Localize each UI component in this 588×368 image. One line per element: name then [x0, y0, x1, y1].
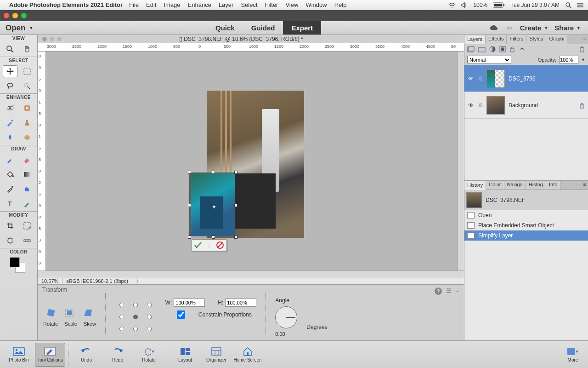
search-icon[interactable]: [565, 2, 571, 8]
recompose-tool[interactable]: [20, 220, 34, 232]
home-button[interactable]: Home Screen: [232, 343, 263, 367]
skew-mode[interactable]: [82, 307, 93, 318]
help-icon[interactable]: ?: [435, 288, 442, 295]
layout-button[interactable]: Layout: [170, 343, 200, 367]
app-name[interactable]: Adobe Photoshop Elements 2021 Editor: [9, 1, 123, 8]
transform-bounding-box[interactable]: ✦: [189, 172, 236, 237]
open-menu-button[interactable]: Open ▼: [0, 23, 39, 33]
battery-icon[interactable]: [493, 2, 505, 8]
handle-br[interactable]: [234, 236, 237, 239]
panel-menu-icon[interactable]: ≡: [582, 181, 588, 190]
paint-bucket-tool[interactable]: [3, 168, 17, 180]
canvas[interactable]: ✦ ⋮: [46, 52, 464, 270]
chevron-down-icon[interactable]: ▼: [581, 58, 585, 62]
zoom-level[interactable]: 10.57%: [38, 278, 62, 284]
blend-mode-select[interactable]: Normal: [467, 56, 511, 64]
tab-filters[interactable]: Filters: [507, 35, 526, 44]
scrollbar-horizontal[interactable]: [38, 270, 464, 277]
menu-edit[interactable]: Edit: [146, 1, 156, 8]
history-step[interactable]: Simplify Layer: [464, 230, 588, 241]
menu-layer[interactable]: Layer: [219, 1, 234, 8]
link-icon[interactable]: [505, 25, 514, 31]
redo-button[interactable]: Redo: [102, 343, 133, 367]
tab-info[interactable]: Info: [546, 181, 560, 190]
shape-tool[interactable]: [20, 183, 34, 195]
photo-bin-button[interactable]: Photo Bin: [4, 343, 34, 367]
crop-tool[interactable]: [3, 220, 17, 232]
chevron-down-icon[interactable]: ⌄: [456, 288, 459, 295]
reference-point-grid[interactable]: [115, 299, 156, 335]
options-menu-icon[interactable]: [446, 288, 452, 295]
tab-graphics[interactable]: Graphi: [546, 35, 567, 44]
layer-thumbnail[interactable]: [486, 96, 505, 115]
eyedropper-tool[interactable]: [3, 183, 17, 195]
tool-options-button[interactable]: Tool Options: [35, 343, 65, 367]
mode-quick[interactable]: Quick: [207, 21, 243, 34]
zoom-tool[interactable]: [3, 43, 17, 55]
opacity-input[interactable]: [559, 56, 578, 64]
rotate-mode[interactable]: [45, 307, 57, 318]
handle-tc[interactable]: [212, 171, 215, 174]
gradient-tool[interactable]: [20, 168, 34, 180]
scrollbar-vertical[interactable]: [458, 52, 464, 270]
brush-tool[interactable]: [3, 154, 17, 166]
sponge-tool[interactable]: [20, 132, 34, 144]
color-swatches[interactable]: [10, 257, 28, 274]
panel-menu-icon[interactable]: ≡: [582, 35, 588, 44]
organizer-button[interactable]: Organizer: [201, 343, 232, 367]
marquee-tool[interactable]: [20, 65, 34, 77]
layer-name[interactable]: Background: [509, 102, 538, 109]
adjustment-layer-icon[interactable]: [489, 46, 496, 52]
status-more[interactable]: 〉: [132, 277, 145, 284]
color-profile[interactable]: sRGB IEC61966-2.1 (8bpc): [62, 278, 132, 284]
blur-tool[interactable]: [3, 132, 17, 144]
tab-color[interactable]: Color: [486, 181, 504, 190]
spot-heal-tool[interactable]: [20, 102, 34, 114]
tab-navigator[interactable]: Naviga: [504, 181, 526, 190]
volume-icon[interactable]: [461, 2, 468, 8]
undo-button[interactable]: Undo: [71, 343, 102, 367]
layer-mask-icon[interactable]: [499, 46, 506, 52]
cloud-icon[interactable]: [490, 25, 499, 31]
rotate-button[interactable]: ▼ Rotate: [134, 343, 164, 367]
commit-button[interactable]: [194, 242, 202, 249]
ruler-horizontal[interactable]: 3000250020001500100050005001000150020002…: [38, 43, 464, 52]
tab-styles[interactable]: Styles: [526, 35, 546, 44]
layer-thumbnail[interactable]: [486, 69, 505, 88]
tab-effects[interactable]: Effects: [486, 35, 507, 44]
close-window-button[interactable]: [4, 13, 9, 18]
mode-expert[interactable]: Expert: [283, 21, 321, 34]
menu-file[interactable]: File: [129, 1, 139, 8]
layer-name[interactable]: DSC_3796: [509, 75, 536, 82]
tab-history[interactable]: History: [464, 181, 486, 190]
history-snapshot[interactable]: DSC_3798.NEF: [464, 190, 588, 210]
type-tool[interactable]: T: [3, 198, 17, 210]
tab-close-icon[interactable]: [42, 37, 47, 41]
menu-select[interactable]: Select: [241, 1, 257, 8]
new-group-icon[interactable]: [478, 46, 486, 52]
handle-ml[interactable]: [188, 204, 191, 207]
handle-bc[interactable]: [212, 236, 215, 239]
share-button[interactable]: Share▼: [554, 24, 581, 32]
cancel-button[interactable]: [216, 241, 224, 249]
link-layers-icon[interactable]: [519, 46, 525, 52]
transform-center-icon[interactable]: ✦: [212, 204, 216, 210]
handle-tr[interactable]: [234, 171, 237, 174]
lock-icon[interactable]: [509, 46, 515, 52]
link-icon[interactable]: ⛓: [478, 103, 483, 108]
lasso-tool[interactable]: [3, 80, 17, 92]
handle-bl[interactable]: [188, 236, 191, 239]
ruler-vertical[interactable]: 0050150155025005300: [38, 52, 46, 270]
constrain-checkbox[interactable]: [165, 310, 197, 319]
menu-view[interactable]: View: [285, 1, 298, 8]
menu-enhance[interactable]: Enhance: [188, 1, 211, 8]
quick-select-tool[interactable]: [20, 80, 34, 92]
height-input[interactable]: [225, 299, 256, 307]
hand-tool[interactable]: [20, 43, 34, 55]
wifi-icon[interactable]: [448, 2, 456, 8]
mode-guided[interactable]: Guided: [243, 21, 283, 34]
clock[interactable]: Tue Jun 29 3:07 AM: [510, 2, 560, 8]
more-button[interactable]: ▼ More: [561, 343, 584, 367]
tab-histogram[interactable]: Histog: [526, 181, 546, 190]
foreground-color[interactable]: [10, 257, 20, 267]
